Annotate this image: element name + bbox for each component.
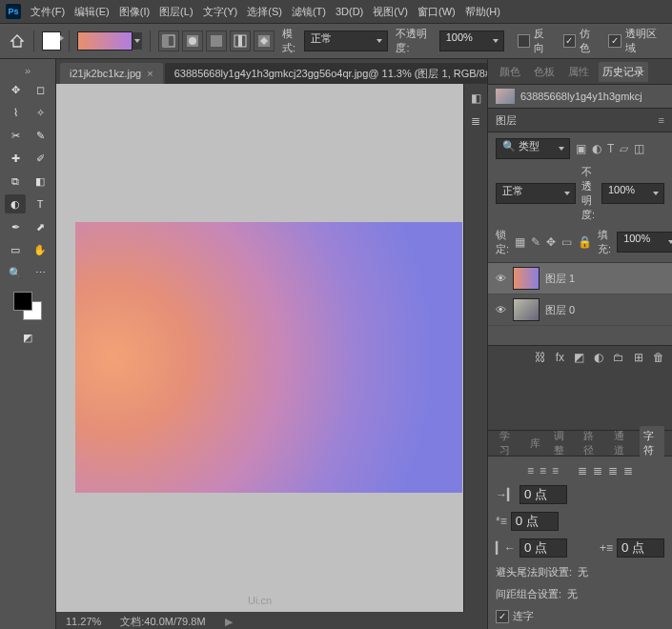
tab-paths[interactable]: 路径 bbox=[580, 426, 604, 460]
layer-mask-icon[interactable]: ◩ bbox=[574, 351, 584, 364]
zoom-status[interactable]: 11.27% bbox=[66, 616, 101, 627]
menu-layer[interactable]: 图层(L) bbox=[159, 5, 193, 19]
visibility-icon[interactable]: 👁 bbox=[494, 273, 507, 284]
adjust-icon[interactable]: ◧ bbox=[471, 91, 481, 105]
spacing-value[interactable]: 无 bbox=[567, 587, 578, 601]
layer-thumb[interactable] bbox=[513, 298, 540, 321]
tab-swatches[interactable]: 色板 bbox=[530, 62, 559, 82]
group-icon[interactable]: 🗀 bbox=[613, 351, 624, 364]
delete-layer-icon[interactable]: 🗑 bbox=[653, 351, 664, 364]
align-center-icon[interactable]: ≡ bbox=[540, 464, 546, 477]
lock-all-icon[interactable]: 🔒 bbox=[578, 235, 592, 249]
mode-select[interactable]: 正常 bbox=[304, 30, 388, 51]
lock-pixels-icon[interactable]: ▦ bbox=[515, 235, 525, 249]
gradient-linear-icon[interactable] bbox=[158, 30, 179, 51]
gradient-angle-icon[interactable] bbox=[206, 30, 227, 51]
menu-window[interactable]: 窗口(W) bbox=[417, 5, 456, 19]
filter-adjust-icon[interactable]: ◐ bbox=[592, 142, 601, 155]
pen-tool-icon[interactable]: ✒ bbox=[5, 217, 26, 236]
zoom-tool-icon[interactable]: 🔍 bbox=[5, 263, 26, 282]
menu-3d[interactable]: 3D(D) bbox=[336, 6, 363, 17]
canvas[interactable]: Ui.cn bbox=[56, 84, 463, 612]
align-left-icon[interactable]: ≡ bbox=[527, 464, 534, 477]
close-icon[interactable]: × bbox=[147, 68, 153, 79]
justify-last-left-icon[interactable]: ≣ bbox=[578, 464, 587, 477]
lock-brush-icon[interactable]: ✎ bbox=[531, 235, 540, 249]
filter-smart-icon[interactable]: ◫ bbox=[634, 142, 644, 155]
dither-checkbox[interactable]: 仿色 bbox=[563, 27, 600, 55]
new-layer-icon[interactable]: ⊞ bbox=[634, 351, 643, 364]
justify-last-center-icon[interactable]: ≣ bbox=[593, 464, 602, 477]
menu-edit[interactable]: 编辑(E) bbox=[74, 5, 110, 19]
ligature-checkbox[interactable]: 连字 bbox=[496, 609, 664, 623]
align-right-icon[interactable]: ≡ bbox=[552, 464, 559, 477]
fill-input[interactable]: 100% bbox=[617, 232, 672, 253]
eraser-tool-icon[interactable]: ◧ bbox=[30, 172, 51, 191]
hyphen-value[interactable]: 无 bbox=[578, 565, 588, 579]
justify-all-icon[interactable]: ≣ bbox=[623, 464, 633, 477]
tab-doc-2[interactable]: 63885668ly1g4y1h3gmkcj23gg56o4qr.jpg@ 11… bbox=[165, 63, 489, 84]
transparent-checkbox[interactable]: 透明区域 bbox=[608, 27, 664, 55]
gradient-tool-icon[interactable]: ◐ bbox=[5, 194, 26, 213]
lock-position-icon[interactable]: ✥ bbox=[546, 235, 556, 249]
link-layers-icon[interactable]: ⛓ bbox=[535, 351, 546, 364]
styles-icon[interactable]: ≣ bbox=[471, 114, 480, 128]
tab-properties[interactable]: 属性 bbox=[564, 62, 593, 82]
hand-tool-icon[interactable]: ✋ bbox=[30, 240, 51, 259]
filter-shape-icon[interactable]: ▱ bbox=[620, 142, 628, 155]
indent-right-input[interactable] bbox=[519, 538, 567, 558]
tab-library[interactable]: 库 bbox=[526, 434, 544, 454]
quickmask-icon[interactable]: ◩ bbox=[17, 328, 38, 347]
layer-thumb[interactable] bbox=[513, 267, 540, 290]
tab-channels[interactable]: 通道 bbox=[610, 426, 635, 460]
gradient-reflected-icon[interactable] bbox=[230, 30, 251, 51]
path-select-icon[interactable]: ⬈ bbox=[30, 217, 51, 236]
menu-select[interactable]: 选择(S) bbox=[247, 5, 282, 19]
stamp-tool-icon[interactable]: ⧉ bbox=[5, 172, 26, 191]
gradient-radial-icon[interactable] bbox=[182, 30, 203, 51]
brush-tool-icon[interactable]: ✐ bbox=[30, 149, 51, 168]
adjustment-layer-icon[interactable]: ◐ bbox=[594, 351, 603, 364]
menu-image[interactable]: 图像(I) bbox=[119, 5, 150, 19]
layer-name[interactable]: 图层 0 bbox=[545, 303, 575, 317]
menu-filter[interactable]: 滤镜(T) bbox=[292, 5, 326, 19]
tab-color[interactable]: 颜色 bbox=[496, 62, 524, 82]
space-before-input[interactable] bbox=[617, 538, 664, 558]
eyedropper-tool-icon[interactable]: ✎ bbox=[30, 126, 51, 145]
menu-help[interactable]: 帮助(H) bbox=[465, 5, 500, 19]
indent-first-input[interactable] bbox=[511, 512, 559, 531]
type-tool-icon[interactable]: T bbox=[30, 194, 51, 213]
lock-artboard-icon[interactable]: ▭ bbox=[561, 235, 572, 249]
shape-tool-icon[interactable]: ▭ bbox=[5, 240, 26, 259]
tab-learn[interactable]: 学习 bbox=[496, 426, 520, 460]
blend-mode-select[interactable]: 正常 bbox=[496, 183, 576, 204]
reverse-checkbox[interactable]: 反向 bbox=[518, 27, 554, 55]
filter-type-icon[interactable]: T bbox=[607, 142, 614, 155]
panel-menu-icon[interactable]: ≡ bbox=[659, 114, 664, 126]
menu-type[interactable]: 文字(Y) bbox=[203, 5, 238, 19]
gradient-preview[interactable] bbox=[77, 31, 142, 51]
tab-adjust[interactable]: 调整 bbox=[550, 426, 575, 460]
filter-pixel-icon[interactable]: ▣ bbox=[576, 142, 586, 155]
opacity-input[interactable]: 100% bbox=[439, 30, 504, 51]
crop-tool-icon[interactable]: ✂ bbox=[5, 126, 26, 145]
move-tool-icon[interactable]: ✥ bbox=[5, 80, 26, 99]
history-item[interactable]: 63885668ly1g4y1h3gmkcj bbox=[488, 85, 672, 108]
layer-filter-select[interactable]: 🔍 类型 bbox=[496, 138, 570, 159]
edit-toolbar-icon[interactable]: ⋯ bbox=[30, 263, 51, 282]
wand-tool-icon[interactable]: ✧ bbox=[30, 103, 51, 122]
doc-size-status[interactable]: 文档:40.0M/79.8M bbox=[120, 615, 205, 629]
layer-row[interactable]: 👁 图层 1 bbox=[488, 263, 672, 294]
healing-tool-icon[interactable]: ✚ bbox=[5, 149, 26, 168]
layer-opacity-input[interactable]: 100% bbox=[601, 183, 664, 204]
menu-view[interactable]: 视图(V) bbox=[373, 5, 408, 19]
justify-last-right-icon[interactable]: ≣ bbox=[608, 464, 618, 477]
foreground-swatch[interactable] bbox=[42, 31, 61, 51]
gradient-diamond-icon[interactable] bbox=[254, 30, 275, 51]
layers-panel-title[interactable]: 图层 bbox=[496, 113, 517, 128]
layer-name[interactable]: 图层 1 bbox=[545, 272, 575, 286]
indent-left-input[interactable] bbox=[519, 485, 567, 504]
layer-fx-icon[interactable]: fx bbox=[556, 351, 564, 364]
color-picker[interactable] bbox=[13, 292, 42, 320]
menu-file[interactable]: 文件(F) bbox=[31, 5, 65, 19]
